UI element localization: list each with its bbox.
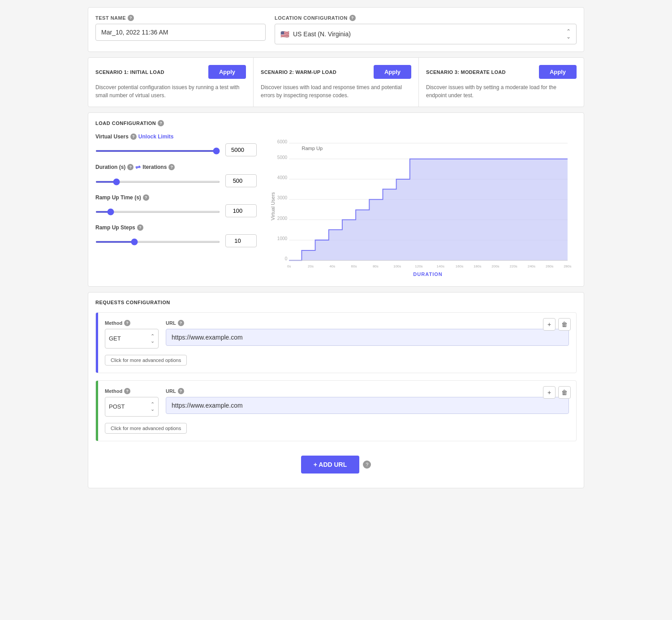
request-row-2-delete-button[interactable]: 🗑 bbox=[558, 386, 571, 399]
svg-text:140s: 140s bbox=[437, 264, 444, 268]
request-row-1-add-button[interactable]: + bbox=[543, 318, 556, 331]
svg-text:180s: 180s bbox=[474, 264, 481, 268]
scenario-section: SCENARIO 1: INITIAL LOAD Apply Discover … bbox=[88, 57, 584, 107]
svg-text:40s: 40s bbox=[329, 264, 335, 268]
virtual-users-input[interactable] bbox=[225, 143, 257, 156]
request-row-2-add-button[interactable]: + bbox=[543, 386, 556, 399]
request-row-2-advanced-button[interactable]: Click for more advanced options bbox=[105, 423, 187, 434]
request-row-1-url-label: URL ? bbox=[166, 320, 569, 326]
ramp-up-time-slider[interactable] bbox=[95, 211, 220, 213]
svg-text:60s: 60s bbox=[351, 264, 357, 268]
ramp-up-chart: Virtual Users 0 1000 2000 3000 4000 5000… bbox=[270, 133, 577, 279]
scenario-2-title: SCENARIO 2: WARM-UP LOAD bbox=[261, 69, 336, 75]
request-row-1-method-group: Method ? GET ⌃⌄ bbox=[105, 320, 159, 349]
svg-text:280s: 280s bbox=[564, 264, 571, 268]
location-help-icon[interactable]: ? bbox=[349, 15, 356, 21]
svg-text:80s: 80s bbox=[373, 264, 379, 268]
load-chart: Virtual Users 0 1000 2000 3000 4000 5000… bbox=[270, 133, 577, 279]
requests-config-title: REQUESTS CONFIGURATION bbox=[95, 300, 577, 305]
request-row-2-bar bbox=[96, 381, 98, 441]
scenario-card-2: SCENARIO 2: WARM-UP LOAD Apply Discover … bbox=[254, 58, 419, 107]
unlock-limits-link[interactable]: Unlock Limits bbox=[138, 133, 174, 140]
scenario-3-apply-button[interactable]: Apply bbox=[539, 65, 577, 79]
request-row-2: + 🗑 Method ? POST ⌃⌄ bbox=[95, 380, 577, 441]
virtual-users-control: Virtual Users ? Unlock Limits bbox=[95, 133, 257, 156]
svg-text:20s: 20s bbox=[308, 264, 314, 268]
request-row-2-method-select[interactable]: POST ⌃⌄ bbox=[105, 397, 159, 417]
url-2-help-icon[interactable]: ? bbox=[178, 388, 184, 394]
svg-text:120s: 120s bbox=[415, 264, 422, 268]
test-name-group: TEST NAME ? bbox=[95, 15, 266, 44]
iterations-label: Iterations bbox=[142, 164, 167, 170]
load-config-title: LOAD CONFIGURATION ? bbox=[95, 120, 577, 126]
x-axis-label: DURATION bbox=[413, 271, 443, 277]
svg-text:0s: 0s bbox=[287, 264, 291, 268]
ramp-up-steps-control: Ramp Up Steps ? bbox=[95, 224, 257, 247]
location-select[interactable]: 🇺🇸 US East (N. Virginia) ⌃ ⌄ bbox=[275, 24, 577, 44]
request-row-2-url-group: URL ? bbox=[166, 388, 569, 414]
scenario-card-1: SCENARIO 1: INITIAL LOAD Apply Discover … bbox=[88, 58, 254, 107]
request-row-2-method-label: Method ? bbox=[105, 388, 159, 394]
request-row-1-url-input[interactable] bbox=[166, 329, 569, 346]
svg-text:100s: 100s bbox=[393, 264, 401, 268]
request-row-2-url-label: URL ? bbox=[166, 388, 569, 394]
svg-text:1000: 1000 bbox=[277, 236, 288, 241]
scenario-2-desc: Discover issues with load and response t… bbox=[261, 83, 411, 99]
ramp-up-steps-help-icon[interactable]: ? bbox=[137, 224, 143, 231]
virtual-users-label: Virtual Users bbox=[95, 133, 129, 140]
duration-slider[interactable] bbox=[95, 181, 220, 183]
svg-text:220s: 220s bbox=[509, 264, 517, 268]
scenario-card-3: SCENARIO 3: MODERATE LOAD Apply Discover… bbox=[419, 58, 584, 107]
ramp-up-steps-slider[interactable] bbox=[95, 241, 220, 243]
load-controls: Virtual Users ? Unlock Limits Duration bbox=[95, 133, 257, 279]
request-row-1-method-value: GET bbox=[109, 335, 121, 342]
scenario-1-title: SCENARIO 1: INITIAL LOAD bbox=[95, 69, 164, 75]
ramp-up-time-input[interactable] bbox=[225, 204, 257, 217]
location-label: LOCATION CONFIGURATION ? bbox=[275, 15, 577, 21]
ramp-up-label: Ramp Up bbox=[302, 146, 323, 151]
test-name-label: TEST NAME ? bbox=[95, 15, 266, 21]
location-value: US East (N. Virginia) bbox=[293, 30, 566, 38]
method-2-help-icon[interactable]: ? bbox=[124, 388, 130, 394]
scenario-1-desc: Discover potential configuration issues … bbox=[95, 83, 246, 99]
svg-text:240s: 240s bbox=[528, 264, 535, 268]
scenario-3-desc: Discover issues with by setting a modera… bbox=[426, 83, 577, 99]
svg-text:5000: 5000 bbox=[277, 155, 288, 160]
swap-icon[interactable]: ⇌ bbox=[135, 164, 141, 171]
svg-text:6000: 6000 bbox=[277, 139, 288, 144]
request-row-2-url-input[interactable] bbox=[166, 397, 569, 414]
duration-label: Duration (s) bbox=[95, 164, 125, 170]
add-url-help-icon[interactable]: ? bbox=[363, 461, 371, 469]
ramp-up-time-help-icon[interactable]: ? bbox=[143, 194, 149, 201]
add-url-button[interactable]: + ADD URL bbox=[301, 456, 360, 474]
svg-text:200s: 200s bbox=[491, 264, 499, 268]
location-arrows: ⌃ ⌄ bbox=[566, 29, 571, 39]
test-name-help-icon[interactable]: ? bbox=[128, 15, 134, 21]
request-row-1-method-label: Method ? bbox=[105, 320, 159, 326]
duration-help-icon[interactable]: ? bbox=[127, 164, 134, 170]
request-row-2-method-value: POST bbox=[109, 403, 125, 410]
url-1-help-icon[interactable]: ? bbox=[178, 320, 184, 326]
ramp-up-time-control: Ramp Up Time (s) ? bbox=[95, 194, 257, 217]
scenario-3-title: SCENARIO 3: MODERATE LOAD bbox=[426, 69, 506, 75]
iterations-help-icon[interactable]: ? bbox=[168, 164, 175, 170]
scenario-1-apply-button[interactable]: Apply bbox=[208, 65, 246, 79]
request-row-1-advanced-button[interactable]: Click for more advanced options bbox=[105, 355, 187, 366]
request-row-1-method-select[interactable]: GET ⌃⌄ bbox=[105, 329, 159, 349]
virtual-users-slider[interactable] bbox=[95, 150, 220, 152]
load-config-help-icon[interactable]: ? bbox=[158, 120, 164, 126]
request-row-1-url-group: URL ? bbox=[166, 320, 569, 346]
scenario-2-apply-button[interactable]: Apply bbox=[374, 65, 411, 79]
test-name-input[interactable] bbox=[95, 24, 266, 41]
method-1-help-icon[interactable]: ? bbox=[124, 320, 130, 326]
svg-text:160s: 160s bbox=[456, 264, 463, 268]
virtual-users-help-icon[interactable]: ? bbox=[130, 133, 137, 140]
duration-input[interactable] bbox=[225, 174, 257, 187]
svg-marker-14 bbox=[289, 159, 568, 260]
svg-text:0: 0 bbox=[285, 256, 288, 261]
ramp-up-steps-input[interactable] bbox=[225, 234, 257, 247]
load-configuration-section: LOAD CONFIGURATION ? Virtual Users ? Unl… bbox=[88, 112, 584, 287]
location-group: LOCATION CONFIGURATION ? 🇺🇸 US East (N. … bbox=[275, 15, 577, 44]
request-row-1-delete-button[interactable]: 🗑 bbox=[558, 318, 571, 331]
svg-text:4000: 4000 bbox=[277, 175, 288, 180]
